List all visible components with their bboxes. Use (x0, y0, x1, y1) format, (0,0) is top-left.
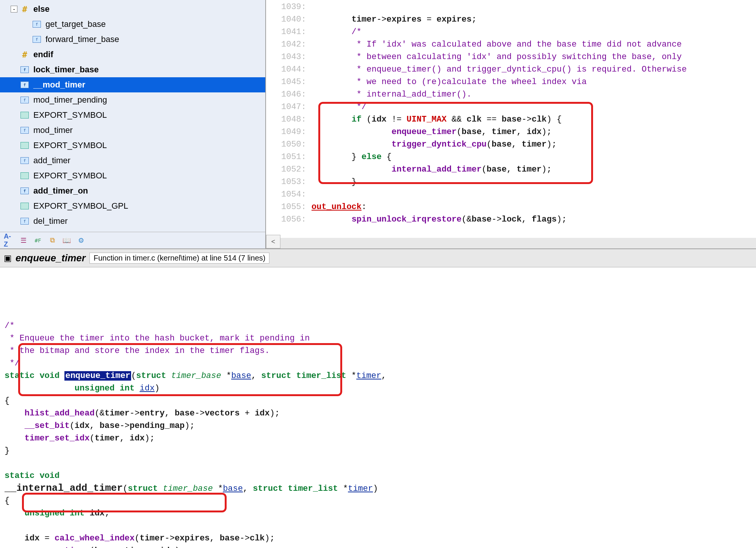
tree-item-add-timer[interactable]: fadd_timer (0, 153, 265, 168)
code-line[interactable]: trigger_dyntick_cpu(base, timer); (311, 138, 756, 151)
sidebar-toolbar: A-Z ☰ #F ⧉ 📖 ⚙ (0, 232, 265, 248)
code-line[interactable]: spin_unlock_irqrestore(&base->lock, flag… (311, 213, 756, 226)
bottom-code-editor[interactable]: /* * Enqueue the timer into the hash buc… (0, 267, 756, 548)
export-icon (20, 112, 29, 119)
code-line[interactable]: */ (311, 101, 756, 113)
function-icon: f (20, 66, 29, 73)
code-line[interactable]: out_unlock: (311, 201, 756, 213)
code-line[interactable]: static void (5, 470, 751, 482)
code-line[interactable]: * between calculating 'idx' and possibly… (311, 51, 756, 63)
code-line[interactable]: { (5, 395, 751, 407)
code-line[interactable]: * we need to (re)calculate the wheel ind… (311, 76, 756, 88)
function-icon: f (20, 187, 29, 194)
tree-item-label: __mod_timer (33, 80, 85, 90)
code-line[interactable]: __set_bit(idx, base->pending_map); (5, 420, 751, 432)
export-icon (20, 172, 29, 179)
code-line[interactable]: static void enqueue_timer(struct timer_b… (5, 370, 751, 382)
settings-button[interactable]: ⚙ (76, 235, 86, 246)
code-line[interactable]: timer->expires = expires; (311, 13, 756, 26)
tree-item-else[interactable]: -#else (0, 2, 265, 17)
code-line[interactable] (311, 188, 756, 201)
tree-item-EXPORT-SYMBOL[interactable]: EXPORT_SYMBOL (0, 168, 265, 183)
code-line[interactable]: } else { (311, 151, 756, 163)
tree-item-label: EXPORT_SYMBOL (33, 171, 107, 181)
code-line[interactable]: * Enqueue the timer into the hash bucket… (5, 332, 751, 345)
code-line[interactable]: enqueue_timer(base, timer, idx); (5, 545, 751, 548)
tree-item-label: mod_timer_pending (33, 95, 107, 105)
code-line[interactable]: hlist_add_head(&timer->entry, base->vect… (5, 407, 751, 420)
function-type-icon: ▣ (4, 253, 12, 263)
tree-item-add-timer-on[interactable]: fadd_timer_on (0, 183, 265, 198)
tree-item-get-target-base[interactable]: fget_target_base (0, 17, 265, 32)
hash-icon: # (22, 50, 27, 59)
tree-item---mod-timer[interactable]: f__mod_timer (0, 77, 265, 92)
book-button[interactable]: 📖 (61, 235, 72, 246)
hash-filter-button[interactable]: #F (33, 235, 43, 246)
code-line[interactable] (311, 1, 756, 13)
tree-item-EXPORT-SYMBOL[interactable]: EXPORT_SYMBOL (0, 138, 265, 153)
symbol-tree[interactable]: -#elsefget_target_basefforward_timer_bas… (0, 0, 265, 232)
tree-item-label: endif (33, 50, 53, 59)
code-line[interactable] (5, 520, 751, 532)
tree-item-label: add_timer_on (33, 186, 88, 196)
tree-item-mod-timer-pending[interactable]: fmod_timer_pending (0, 92, 265, 108)
hash-icon: # (22, 5, 27, 14)
tree-item-label: mod_timer (33, 125, 73, 135)
function-icon: f (20, 127, 29, 134)
function-icon: f (20, 218, 29, 225)
tree-item-mod-timer[interactable]: fmod_timer (0, 123, 265, 138)
list-view-button[interactable]: ☰ (18, 235, 29, 246)
tree-item-label: forward_timer_base (45, 34, 119, 44)
code-line[interactable]: if (idx != UINT_MAX && clk == base->clk)… (311, 113, 756, 126)
code-line[interactable]: idx = calc_wheel_index(timer->expires, b… (5, 532, 751, 545)
function-icon: f (33, 21, 41, 28)
definition-name: enqueue_timer (16, 252, 86, 264)
definition-header: ▣ enqueue_timer Function in timer.c (ker… (0, 249, 756, 267)
tree-item-label: EXPORT_SYMBOL (33, 141, 107, 150)
code-line[interactable]: } (5, 445, 751, 457)
code-line[interactable]: } (311, 176, 756, 188)
code-line[interactable]: * enqueue_timer() and trigger_dyntick_cp… (311, 63, 756, 76)
sort-az-button[interactable]: A-Z (4, 235, 14, 246)
tree-item-label: EXPORT_SYMBOL (33, 110, 107, 120)
code-line[interactable]: unsigned int idx; (5, 507, 751, 520)
code-line[interactable]: * the bitmap and store the index in the … (5, 345, 751, 357)
function-icon: f (20, 97, 29, 103)
export-icon (20, 142, 29, 149)
code-line[interactable]: enqueue_timer(base, timer, idx); (311, 126, 756, 138)
code-line[interactable]: timer_set_idx(timer, idx); (5, 432, 751, 445)
tree-item-EXPORT-SYMBOL[interactable]: EXPORT_SYMBOL (0, 108, 265, 123)
code-line[interactable]: * If 'idx' was calculated above and the … (311, 38, 756, 51)
function-icon: f (33, 36, 41, 43)
tree-item-label: else (33, 4, 50, 14)
tree-view-button[interactable]: ⧉ (47, 235, 58, 246)
code-line[interactable]: __internal_add_timer(struct timer_base *… (5, 482, 751, 495)
function-icon: f (20, 157, 29, 164)
symbol-sidebar: -#elsefget_target_basefforward_timer_bas… (0, 0, 266, 248)
tree-item-endif[interactable]: #endif (0, 47, 265, 62)
code-content[interactable]: timer->expires = expires; /* * If 'idx' … (311, 0, 756, 248)
line-gutter: 1039:1040:1041:1042:1043:1044:1045:1046:… (266, 0, 311, 248)
tree-item-forward-timer-base[interactable]: fforward_timer_base (0, 32, 265, 47)
tree-item-label: lock_timer_base (33, 65, 99, 75)
tree-item-label: add_timer (33, 156, 70, 165)
code-line[interactable]: * internal_add_timer(). (311, 88, 756, 101)
code-line[interactable]: internal_add_timer(base, timer); (311, 163, 756, 176)
function-icon: f (20, 81, 29, 88)
code-line[interactable]: /* (311, 26, 756, 38)
code-line[interactable] (5, 457, 751, 470)
tree-item-del-timer[interactable]: fdel_timer (0, 214, 265, 229)
tree-item-label: get_target_base (45, 19, 106, 29)
collapse-panel-button[interactable]: < (266, 235, 280, 248)
code-line[interactable]: { (5, 495, 751, 507)
top-code-editor[interactable]: 1039:1040:1041:1042:1043:1044:1045:1046:… (266, 0, 756, 248)
tree-item-lock-timer-base[interactable]: flock_timer_base (0, 62, 265, 77)
code-line[interactable]: unsigned int idx) (5, 382, 751, 395)
code-line[interactable]: */ (5, 357, 751, 370)
definition-location: Function in timer.c (kernel\time) at lin… (89, 253, 270, 264)
expander-icon[interactable]: - (11, 6, 17, 12)
horizontal-scrollbar[interactable] (280, 238, 756, 248)
tree-item-EXPORT-SYMBOL-GPL[interactable]: EXPORT_SYMBOL_GPL (0, 198, 265, 214)
code-line[interactable]: /* (5, 320, 751, 332)
tree-item-label: EXPORT_SYMBOL_GPL (33, 201, 128, 211)
